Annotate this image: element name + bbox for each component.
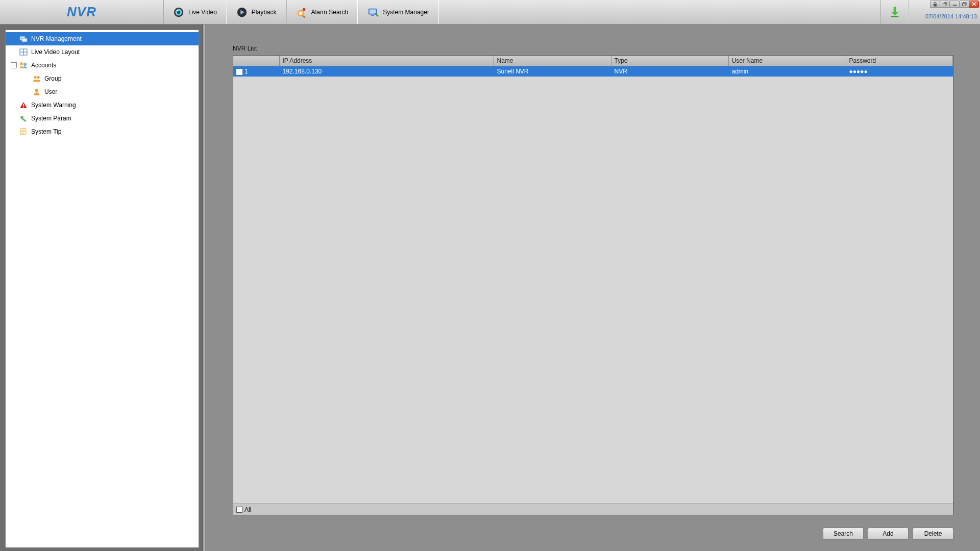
table-body-scroll[interactable]: 1 192.168.0.130 Sunell NVR NVR admin ●●●… [233,66,953,504]
tree-item-system-tip[interactable]: System Tip [6,125,199,138]
svg-rect-12 [891,16,898,17]
svg-rect-16 [953,5,957,6]
search-button[interactable]: Search [823,528,864,540]
svg-rect-15 [943,4,946,6]
restore-icon [943,2,947,6]
nav-live-video-label: Live Video [188,9,217,16]
nav-playback[interactable]: Playback [227,0,286,24]
select-all-row[interactable]: All [233,504,953,515]
warning-triangle-icon [19,101,28,109]
svg-rect-11 [372,15,375,16]
svg-point-28 [35,89,38,92]
sidebar: NVR Management Live Video Layout − Accou… [0,24,202,551]
tree-item-user[interactable]: User [6,85,199,98]
topbar-right: 07/04/2014 14:48:13 [880,0,980,24]
brand-logo: NVR [67,4,96,20]
tree-label: NVR Management [31,35,82,42]
tree-label: User [44,88,57,95]
col-header-type[interactable]: Type [611,56,728,66]
download-arrow-icon [889,7,900,18]
playback-icon [236,7,248,18]
nvr-management-icon [19,35,28,43]
main-nav: Live Video Playback Alarm Search System … [163,0,439,24]
group-icon [32,74,41,83]
logo-area: NVR [0,0,163,24]
splitter[interactable] [202,24,206,551]
tree-label: System Warning [31,102,76,109]
collapse-icon[interactable]: − [11,62,17,68]
body: NVR Management Live Video Layout − Accou… [0,24,980,551]
nav-alarm-search-label: Alarm Search [311,9,349,16]
svg-rect-32 [22,118,27,122]
user-icon [32,88,41,96]
tree-item-group[interactable]: Group [6,72,199,85]
nvr-table: IP Address Name Type User Name Password [233,56,953,66]
select-all-checkbox-icon[interactable] [236,507,242,513]
settings-wrench-icon [19,114,28,122]
delete-button[interactable]: Delete [913,528,953,540]
svg-point-25 [23,63,27,66]
nav-playback-label: Playback [252,9,277,16]
add-button[interactable]: Add [868,528,909,540]
select-all-label: All [244,506,251,513]
tree-item-system-warning[interactable]: System Warning [6,98,199,112]
window-restore-left-button[interactable] [940,1,950,8]
tree-item-accounts[interactable]: − Accounts [6,59,199,72]
main-content: NVR List IP Address Name Type User Name [206,24,980,551]
layout-grid-icon [19,48,28,56]
svg-point-3 [177,10,179,11]
window-minimize-button[interactable] [949,1,960,8]
svg-point-8 [302,8,305,11]
tree-item-nvr-management[interactable]: NVR Management [6,32,199,45]
tree-label: System Param [31,115,71,122]
col-header-name[interactable]: Name [494,56,611,66]
svg-rect-10 [370,9,376,13]
nav-system-manager-label: System Manager [383,9,429,16]
tree-label: Live Video Layout [31,48,80,56]
tree-item-live-video-layout[interactable]: Live Video Layout [6,45,199,59]
svg-rect-18 [962,4,965,6]
note-file-icon [19,128,28,136]
camera-eye-icon [173,7,184,18]
tree-item-system-param[interactable]: System Param [6,112,199,125]
svg-point-6 [299,11,302,15]
download-button[interactable] [880,0,909,24]
table-row[interactable]: 1 192.168.0.130 Sunell NVR NVR admin ●●●… [233,66,953,77]
window-lock-button[interactable] [930,1,940,8]
nav-tree: NVR Management Live Video Layout − Accou… [5,30,199,548]
minimize-icon [952,2,957,6]
svg-rect-13 [934,4,937,7]
col-header-ip[interactable]: IP Address [279,56,494,66]
row-checkbox-icon[interactable] [236,69,242,75]
svg-rect-29 [23,104,24,107]
tree-label: System Tip [31,128,61,135]
table-title: NVR List [233,45,953,52]
alarm-search-icon [296,7,307,18]
system-manager-icon [368,7,379,18]
cell-type: NVR [611,66,728,77]
cell-password: ●●●●● [846,66,953,77]
nvr-table-wrap: IP Address Name Type User Name Password [233,55,953,515]
cell-index: 1 [244,68,248,75]
svg-rect-30 [23,107,24,108]
cell-user: admin [728,66,846,77]
col-header-password[interactable]: Password [846,56,953,66]
tree-label: Group [44,75,61,82]
nav-alarm-search[interactable]: Alarm Search [286,0,358,24]
svg-point-26 [34,76,36,79]
col-header-user[interactable]: User Name [728,56,846,66]
nav-system-manager[interactable]: System Manager [358,0,439,24]
table-header-row: IP Address Name Type User Name Password [233,56,953,66]
col-header-checkbox[interactable] [233,56,279,66]
nav-live-video[interactable]: Live Video [163,0,227,24]
svg-rect-20 [22,38,27,42]
window-restore-right-button[interactable] [959,1,969,8]
window-close-button[interactable] [969,1,979,8]
accounts-users-icon [19,61,28,69]
app-window: NVR Live Video Playback Alarm Search [0,0,980,551]
timestamp: 07/04/2014 14:48:13 [909,8,980,24]
cell-checkbox[interactable]: 1 [233,66,279,77]
svg-point-24 [20,62,23,65]
restore-icon [962,2,967,6]
lock-icon [933,2,937,7]
